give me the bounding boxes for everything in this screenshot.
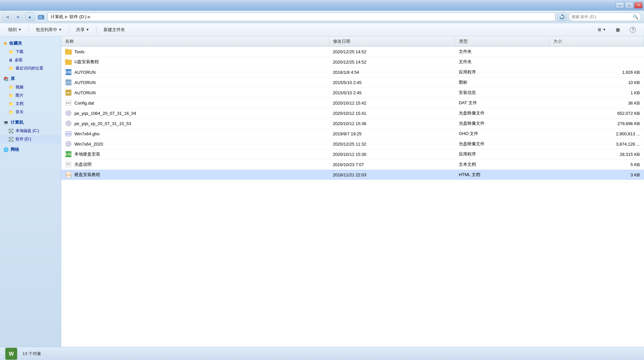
file-name-cell: Win7x64_2020 [61, 139, 329, 149]
preview-icon: ▦ [616, 27, 620, 32]
minimize-button[interactable]: ─ [616, 2, 624, 9]
new-folder-button[interactable]: 新建文件夹 [99, 25, 129, 35]
sidebar-item-video[interactable]: 📁 视频 [0, 83, 61, 91]
search-input[interactable] [572, 15, 631, 19]
pictures-icon: 📁 [9, 93, 14, 98]
column-header-type[interactable]: 类型 [455, 36, 549, 47]
column-header-name[interactable]: 名称 [61, 36, 329, 47]
table-row[interactable]: ICOAUTORUN2015/5/10 2:45图标10 KB [61, 77, 644, 88]
computer-label: 计算机 [11, 119, 23, 125]
file-name-cell: DATConfig.dat [61, 98, 329, 108]
table-row[interactable]: GHOWin7x64.gho2019/9/7 19:25GHO 文件2,900,… [61, 129, 644, 139]
file-date: 2015/5/10 2:45 [329, 77, 455, 88]
table-row[interactable]: INFAUTORUN2015/5/10 2:45安装信息1 KB [61, 88, 644, 98]
table-row[interactable]: 光盘说明2016/10/23 7:07文本文档5 KB [61, 159, 644, 170]
table-row[interactable]: Win7x64_20202020/12/25 11:32光盘映像文件3,874,… [61, 139, 644, 149]
toolbar-separator-1 [28, 26, 29, 34]
table-row[interactable]: HTML硬盘安装教程2016/11/21 22:03HTML 文档3 KB [61, 170, 644, 180]
file-name-cell: GHOWin7x64.gho [61, 129, 329, 139]
breadcrumb-computer[interactable]: 计算机 [51, 14, 64, 20]
file-name: Win7x64.gho [74, 131, 100, 136]
include-lib-button[interactable]: 包含到库中 ▼ [31, 25, 66, 35]
file-date: 2020/12/25 11:32 [329, 139, 455, 149]
svg-rect-22 [66, 161, 71, 167]
table-row[interactable]: pe_yqs_1064_20_07_31_16_042020/10/12 15:… [61, 108, 644, 118]
sidebar-item-recent[interactable]: 📁 最近访问的位置 [0, 64, 61, 72]
file-size: 1 KB [549, 88, 644, 98]
file-table-header: 名称 修改日期 类型 大小 [61, 36, 644, 47]
table-row[interactable]: DATConfig.dat2020/10/12 15:42DAT 文件36 KB [61, 98, 644, 108]
file-name-cell: ICOAUTORUN [61, 77, 329, 88]
file-icon [65, 120, 72, 127]
file-name: AUTORUN [74, 80, 96, 85]
back-button[interactable]: ◀ [3, 13, 12, 21]
file-name: AUTORUN [74, 70, 96, 75]
sidebar-item-music[interactable]: 📁 音乐 [0, 108, 61, 116]
file-icon [65, 48, 72, 55]
sidebar-header-network[interactable]: 🌐 网络 [0, 145, 61, 154]
breadcrumb[interactable]: 计算机 ▶ 软件 (D:) ▶ [48, 13, 555, 21]
file-name: 光盘说明 [74, 161, 92, 167]
file-type: GHO 文件 [455, 129, 549, 139]
library-icon: 📚 [3, 76, 9, 81]
network-label: 网络 [11, 147, 19, 153]
sidebar-item-download[interactable]: 📁 下载 [0, 48, 61, 56]
organize-button[interactable]: 组织 ▼ [4, 25, 26, 35]
recent-icon: 📁 [9, 66, 14, 71]
table-row[interactable]: EXE本地硬盘安装2020/10/12 15:30应用程序28,315 KB [61, 149, 644, 159]
status-app-icon: W [5, 348, 17, 360]
toolbar-separator-3 [96, 26, 97, 34]
sidebar-header-favorites[interactable]: ★ 收藏夹 [0, 39, 61, 48]
share-button[interactable]: 共享 ▼ [72, 25, 94, 35]
search-box[interactable]: 🔍 [569, 13, 641, 21]
sidebar-header-library[interactable]: 📚 库 [0, 74, 61, 83]
toolbar-separator-2 [69, 26, 69, 34]
address-bar: ◀ ▶ ▲ 计算机 ▶ 软件 (D:) ▶ 🔍 [0, 11, 644, 23]
table-row[interactable]: pe_yqs_xp_20_07_31_15_532020/10/12 15:36… [61, 118, 644, 129]
sidebar-item-drive-c[interactable]: 💽 本地磁盘 (C:) [0, 127, 61, 135]
sidebar-header-computer[interactable]: 💻 计算机 [0, 118, 61, 127]
table-row[interactable]: Tools2020/12/25 14:52文件夹 [61, 47, 644, 57]
new-folder-label: 新建文件夹 [104, 27, 125, 33]
view-button[interactable]: ⊞ ▼ [593, 25, 610, 35]
breadcrumb-drive[interactable]: 软件 (D:) [69, 14, 86, 20]
close-button[interactable]: ✕ [634, 2, 643, 9]
file-name: Win7x64_2020 [74, 142, 103, 147]
sidebar-item-documents[interactable]: 📁 文档 [0, 100, 61, 108]
maximize-button[interactable]: □ [625, 2, 633, 9]
video-label: 视频 [16, 84, 23, 90]
forward-button[interactable]: ▶ [14, 13, 23, 21]
file-table-body: Tools2020/12/25 14:52文件夹U盘安装教程2020/12/25… [61, 47, 644, 180]
file-size: 3 KB [549, 170, 644, 180]
sidebar-item-drive-d[interactable]: 💽 软件 (D:) [0, 135, 61, 143]
file-size: 652,072 KB [549, 108, 644, 118]
svg-point-13 [68, 112, 69, 114]
column-header-size[interactable]: 大小 [549, 36, 644, 47]
table-row[interactable]: U盘安装教程2020/12/25 14:52文件夹 [61, 57, 644, 67]
up-button[interactable]: ▲ [25, 13, 34, 21]
sidebar-item-pictures[interactable]: 📁 图片 [0, 91, 61, 100]
toolbar: 组织 ▼ 包含到库中 ▼ 共享 ▼ 新建文件夹 ⊞ ▼ ▦ ? [0, 23, 644, 36]
file-date: 2020/10/12 15:36 [329, 118, 455, 129]
file-size: 5 KB [549, 159, 644, 170]
preview-button[interactable]: ▦ [612, 25, 624, 35]
help-icon: ? [630, 27, 636, 33]
file-area[interactable]: 名称 修改日期 类型 大小 Tools2020/12/25 14:52文件夹U盘… [61, 36, 644, 347]
computer-icon: 💻 [3, 120, 9, 125]
svg-text:HTML: HTML [66, 174, 71, 176]
sidebar-section-favorites: ★ 收藏夹 📁 下载 🖥 桌面 📁 最近访问的位置 [0, 39, 61, 72]
view-dropdown-icon: ▼ [603, 28, 606, 31]
file-name: AUTORUN [74, 90, 96, 95]
svg-point-2 [42, 17, 43, 18]
file-name-cell: INFAUTORUN [61, 88, 329, 98]
favorites-label: 收藏夹 [9, 40, 22, 46]
table-row[interactable]: EXEAUTORUN2016/1/8 4:54应用程序1,926 KB [61, 67, 644, 77]
sidebar-item-desktop[interactable]: 🖥 桌面 [0, 56, 61, 64]
file-date: 2016/10/23 7:07 [329, 159, 455, 170]
refresh-button[interactable] [557, 13, 567, 21]
help-button[interactable]: ? [625, 25, 640, 35]
svg-text:W: W [9, 351, 14, 357]
file-icon: DAT [65, 100, 72, 106]
column-header-date[interactable]: 修改日期 [329, 36, 455, 47]
search-icon: 🔍 [633, 14, 638, 20]
